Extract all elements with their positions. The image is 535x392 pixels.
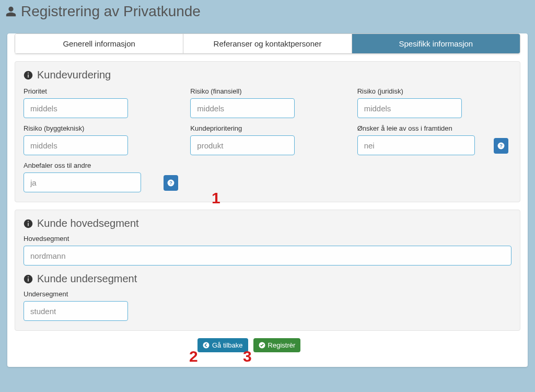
label-risk-financial: Risiko (finansiell) [190, 87, 344, 95]
svg-rect-1 [28, 74, 29, 77]
input-priority[interactable] [24, 98, 128, 118]
input-main-segment[interactable] [24, 246, 511, 266]
label-risk-legal: Risiko (juridisk) [357, 87, 511, 95]
input-future-rent[interactable] [357, 135, 475, 155]
panel-sub-segment-title: Kunde undersegment [24, 273, 511, 285]
user-icon [5, 6, 17, 17]
question-icon: ? [497, 142, 505, 149]
sub-segment-title-text: Kunde undersegment [37, 273, 137, 285]
arrow-left-icon [203, 342, 210, 349]
check-circle-icon [259, 342, 265, 349]
input-risk-financial[interactable] [190, 98, 295, 118]
panel-assessment: Kundevurdering Prioritet Risiko (finansi… [15, 61, 520, 202]
label-risk-building: Risiko (byggteknisk) [24, 124, 178, 132]
info-icon [24, 274, 33, 284]
svg-point-13 [203, 342, 210, 349]
panel-assessment-title-text: Kundevurdering [37, 69, 111, 81]
label-future-rent: Ønsker å leie av oss i framtiden [357, 124, 511, 132]
info-icon [24, 219, 33, 228]
input-risk-building[interactable] [24, 135, 128, 155]
panel-segments: Kunde hovedsegment Hovedsegment Kunde un… [15, 210, 520, 331]
panel-main-segment-title: Kunde hovedsegment [24, 217, 511, 229]
svg-rect-9 [28, 221, 29, 222]
tab-references[interactable]: Referanser og kontaktpersoner [183, 34, 352, 53]
svg-rect-11 [28, 278, 29, 281]
panel-assessment-title: Kundevurdering [24, 69, 511, 81]
page-title: Registrering av Privatkunde [21, 3, 201, 20]
svg-rect-8 [28, 223, 29, 226]
button-bar: Gå tilbake Registrèr [197, 338, 520, 360]
info-icon [24, 71, 33, 80]
register-button[interactable]: Registrèr [253, 338, 301, 352]
label-priority: Prioritet [24, 87, 178, 95]
svg-rect-12 [28, 276, 29, 277]
form-card: Generell informasjon Referanser og konta… [7, 33, 528, 367]
label-recommends: Anbefaler oss til andre [24, 162, 178, 169]
label-customer-priority: Kundeprioritering [190, 124, 344, 132]
input-customer-priority[interactable] [190, 135, 295, 155]
back-button[interactable]: Gå tilbake [197, 338, 248, 352]
question-icon: ? [167, 179, 175, 187]
help-future-rent[interactable]: ? [494, 138, 508, 154]
svg-text:?: ? [169, 180, 172, 186]
svg-text:?: ? [499, 143, 503, 148]
help-recommends[interactable]: ? [164, 175, 178, 191]
label-sub-segment: Undersegment [24, 290, 511, 298]
input-recommends[interactable] [24, 172, 141, 192]
label-main-segment: Hovedsegment [24, 235, 511, 243]
main-segment-title-text: Kunde hovedsegment [37, 217, 139, 229]
page-header: Registrering av Privatkunde [0, 0, 535, 26]
register-button-label: Registrèr [268, 341, 296, 349]
input-risk-legal[interactable] [357, 98, 462, 118]
svg-rect-2 [28, 72, 29, 73]
tab-general[interactable]: Generell informasjon [15, 34, 183, 53]
input-sub-segment[interactable] [24, 301, 128, 321]
tab-bar: Generell informasjon Referanser og konta… [15, 33, 520, 54]
back-button-label: Gå tilbake [212, 341, 243, 349]
tab-specific[interactable]: Spesifikk informasjon [352, 34, 520, 53]
